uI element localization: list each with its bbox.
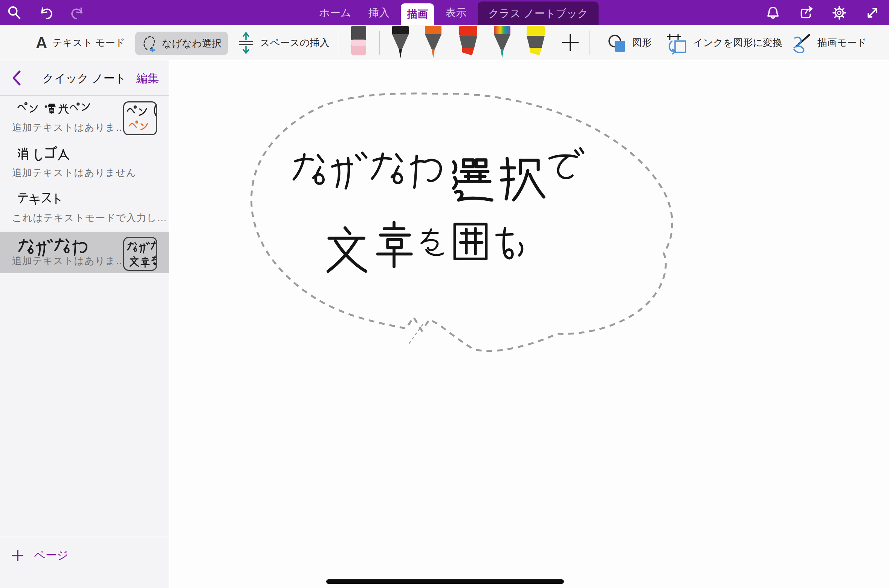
page-title-ink [16,101,118,121]
tab-class-notebook[interactable]: クラス ノートブック [478,2,599,25]
search-icon[interactable] [7,5,22,20]
text-mode-icon: A [36,34,47,52]
handwritten-ink [294,148,583,271]
text-mode-button[interactable]: A テキスト モード [36,25,125,60]
share-icon[interactable] [799,5,814,20]
ink-to-shape-label: インクを図形に変換 [693,36,782,49]
home-indicator[interactable] [326,579,564,584]
page-subtitle: 追加テキストはありま… [12,121,126,134]
shapes-icon [607,33,627,53]
undo-icon[interactable] [38,5,53,20]
draw-mode-button[interactable]: 描画モード [791,25,867,60]
page-thumbnail [123,101,157,135]
draw-mode-label: 描画モード [817,36,867,49]
page-thumbnail [123,237,157,271]
rainbow-pen[interactable] [491,26,513,61]
page-list: 追加テキストはありま…追加テキストはありませんこれはテキストモードで入力し…追加… [0,96,169,273]
lasso-icon [142,34,157,52]
add-page-label: ページ [34,548,68,563]
orange-pen[interactable] [422,26,444,61]
redo-icon[interactable] [70,5,85,20]
add-page-button[interactable]: ページ [11,548,68,563]
page-title-ink [16,191,118,211]
insert-space-label: スペースの挿入 [260,36,329,49]
page-list-item-1[interactable]: 追加テキストはありま… [0,96,169,141]
page-list-item-3[interactable]: これはテキストモードで入力し… [0,186,169,232]
black-pen[interactable] [389,26,412,61]
expand-icon[interactable] [865,5,880,20]
ink-to-shape-button[interactable]: インクを図形に変換 [667,25,782,60]
titlebar-right-icons [765,0,880,25]
yellow-highlighter[interactable] [524,26,547,61]
title-bar: ホーム 挿入 描画 表示 クラス ノートブック [0,0,889,25]
ribbon-tabs: ホーム 挿入 描画 表示 クラス ノートブック [310,0,601,25]
shapes-label: 図形 [632,36,652,49]
eraser[interactable] [347,26,370,61]
page-list-item-4[interactable]: 追加テキストはありま… [0,232,169,273]
shapes-button[interactable]: 図形 [607,25,652,60]
lasso-selection[interactable] [251,93,672,351]
page-list-item-2[interactable]: 追加テキストはありません [0,141,169,186]
tab-draw[interactable]: 描画 [401,3,434,25]
notifications-icon[interactable] [765,5,781,20]
insert-space-icon [237,31,255,55]
onenote-app: ホーム 挿入 描画 表示 クラス ノートブック [0,0,889,588]
draw-toolbar: A テキスト モード なげなわ選択 スペースの挿入 [0,25,889,60]
toolbar-separator [590,31,590,55]
page-title-ink [16,146,118,166]
page-subtitle: 追加テキストはありません [12,166,136,179]
tab-view[interactable]: 表示 [439,0,472,25]
sidebar-header: クイック ノート 編集 [0,60,169,96]
note-canvas[interactable] [170,60,889,588]
lasso-selection-path [251,93,672,351]
add-pen-button[interactable] [561,33,580,52]
red-highlighter[interactable] [457,26,480,61]
toolbar-separator [379,31,380,55]
tab-insert[interactable]: 挿入 [362,0,396,25]
insert-space-button[interactable]: スペースの挿入 [237,25,329,60]
tab-home[interactable]: ホーム [313,0,357,25]
lasso-tail [409,322,424,344]
draw-mode-icon [791,33,812,53]
text-mode-label: テキスト モード [52,36,125,49]
plus-icon [561,33,580,52]
titlebar-left-icons [7,0,85,25]
settings-icon[interactable] [832,5,847,20]
add-page-plus-icon [11,549,24,562]
edit-button[interactable]: 編集 [136,71,159,86]
page-subtitle: 追加テキストはありま… [12,254,126,267]
ink-to-shape-icon [667,31,688,55]
page-list-sidebar: クイック ノート 編集 追加テキストはありま…追加テキストはありませんこれはテキ… [0,60,169,588]
page-title-ink [16,236,118,257]
lasso-select-button[interactable]: なげなわ選択 [135,32,228,55]
page-subtitle: これはテキストモードで入力し… [12,211,167,225]
toolbar-separator [338,31,338,55]
sidebar-footer: ページ [0,537,169,588]
lasso-label: なげなわ選択 [162,37,221,50]
